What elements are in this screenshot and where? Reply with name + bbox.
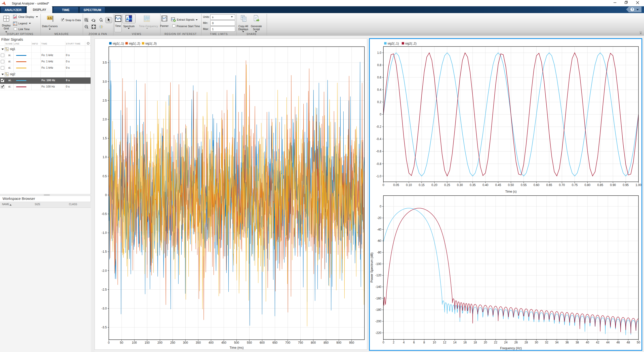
- svg-text:-60: -60: [377, 239, 382, 243]
- svg-text:24: 24: [504, 341, 508, 344]
- svg-text:0.50: 0.50: [508, 183, 514, 187]
- svg-text:0.15: 0.15: [419, 183, 425, 187]
- svg-text:22: 22: [494, 341, 498, 344]
- svg-text:-120: -120: [375, 274, 381, 277]
- svg-text:8: 8: [423, 341, 425, 344]
- svg-text:-100: -100: [375, 262, 381, 266]
- svg-text:48: 48: [627, 341, 630, 344]
- svg-text:0: 0: [380, 113, 381, 116]
- svg-text:0.90: 0.90: [610, 183, 616, 187]
- svg-text:0.55: 0.55: [521, 183, 527, 187]
- svg-text:-80: -80: [377, 251, 382, 254]
- svg-text:30: 30: [535, 341, 538, 344]
- svg-text:50: 50: [637, 341, 640, 344]
- svg-text:sig2(:,2): sig2(:,2): [405, 42, 417, 45]
- svg-text:0.35: 0.35: [470, 183, 476, 187]
- svg-text:0.60: 0.60: [534, 183, 540, 187]
- svg-text:0.30: 0.30: [457, 183, 463, 187]
- svg-text:0.80: 0.80: [585, 183, 591, 187]
- svg-text:0: 0: [383, 183, 384, 187]
- svg-text:1.0: 1.0: [377, 51, 381, 55]
- svg-text:-0.6: -0.6: [376, 150, 381, 153]
- svg-text:10: 10: [433, 341, 436, 344]
- svg-text:2: 2: [393, 341, 394, 344]
- svg-text:1.00: 1.00: [635, 183, 641, 187]
- svg-text:16: 16: [463, 341, 467, 344]
- svg-text:0.75: 0.75: [572, 183, 578, 187]
- svg-text:0.65: 0.65: [546, 183, 552, 187]
- svg-text:44: 44: [606, 341, 610, 344]
- svg-text:-40: -40: [377, 228, 382, 231]
- svg-text:-220: -220: [375, 331, 381, 335]
- svg-text:0.40: 0.40: [482, 183, 489, 187]
- svg-text:-160: -160: [375, 297, 381, 300]
- svg-text:26: 26: [514, 341, 518, 344]
- svg-text:0.70: 0.70: [559, 183, 565, 187]
- svg-text:-0.8: -0.8: [376, 162, 381, 166]
- svg-text:0.4: 0.4: [377, 88, 381, 92]
- svg-text:0.6: 0.6: [377, 76, 381, 79]
- svg-text:Time (s): Time (s): [505, 190, 516, 193]
- svg-text:sig2(:,1): sig2(:,1): [388, 42, 399, 45]
- svg-text:-20: -20: [377, 216, 382, 220]
- svg-text:-1.0: -1.0: [376, 174, 381, 178]
- svg-text:38: 38: [576, 341, 579, 344]
- svg-text:-140: -140: [375, 285, 381, 289]
- svg-text:46: 46: [616, 341, 620, 344]
- svg-text:0: 0: [383, 341, 384, 344]
- svg-text:-200: -200: [375, 320, 381, 323]
- svg-text:0: 0: [380, 205, 381, 208]
- svg-text:14: 14: [453, 341, 457, 344]
- svg-text:0.95: 0.95: [623, 183, 629, 187]
- svg-text:12: 12: [443, 341, 447, 344]
- svg-text:Frequency (Hz): Frequency (Hz): [500, 346, 522, 350]
- svg-text:0.05: 0.05: [393, 183, 399, 187]
- svg-text:0.85: 0.85: [597, 183, 603, 187]
- svg-text:32: 32: [545, 341, 548, 344]
- svg-text:40: 40: [586, 341, 589, 344]
- svg-text:4: 4: [403, 341, 405, 344]
- svg-text:0.2: 0.2: [377, 100, 381, 104]
- svg-text:18: 18: [473, 341, 477, 344]
- svg-text:Power Spectrum (dB): Power Spectrum (dB): [370, 252, 374, 282]
- svg-text:28: 28: [525, 341, 528, 344]
- svg-text:6: 6: [413, 341, 415, 344]
- svg-text:0.45: 0.45: [495, 183, 501, 187]
- svg-text:-0.4: -0.4: [376, 137, 381, 141]
- svg-text:0.25: 0.25: [444, 183, 450, 187]
- svg-text:34: 34: [555, 341, 559, 344]
- svg-text:20: 20: [484, 341, 487, 344]
- svg-text:42: 42: [596, 341, 599, 344]
- svg-text:-0.2: -0.2: [376, 125, 381, 128]
- svg-text:0.20: 0.20: [431, 183, 437, 187]
- svg-text:0.8: 0.8: [377, 63, 381, 67]
- svg-text:36: 36: [565, 341, 569, 344]
- svg-text:-180: -180: [375, 308, 381, 312]
- svg-text:0.10: 0.10: [406, 183, 412, 187]
